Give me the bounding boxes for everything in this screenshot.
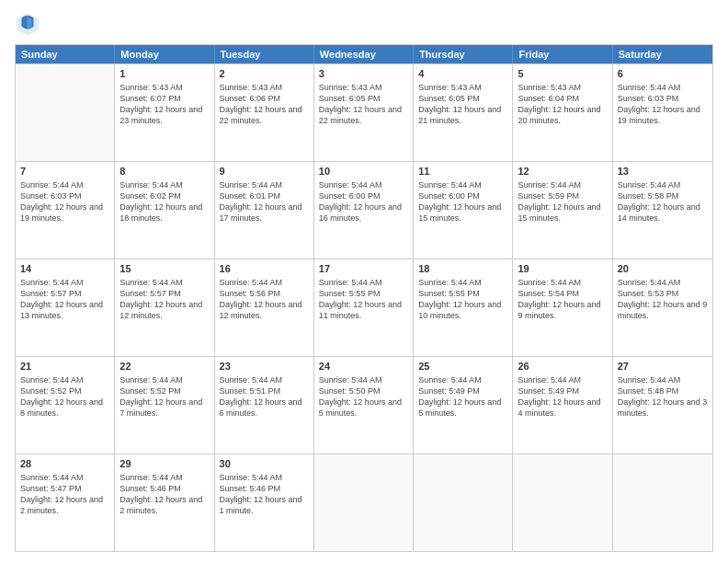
day-number: 3 xyxy=(319,67,408,81)
day-info: Sunrise: 5:43 AM Sunset: 6:05 PM Dayligh… xyxy=(418,82,507,127)
day-number: 4 xyxy=(418,67,507,81)
day-number: 15 xyxy=(119,262,209,276)
day-number: 24 xyxy=(319,360,408,373)
calendar-cell: 24Sunrise: 5:44 AM Sunset: 5:50 PM Dayli… xyxy=(314,357,414,454)
calendar-cell: 23Sunrise: 5:44 AM Sunset: 5:51 PM Dayli… xyxy=(215,357,314,454)
day-number: 19 xyxy=(518,262,607,276)
day-info: Sunrise: 5:44 AM Sunset: 6:00 PM Dayligh… xyxy=(418,179,507,224)
day-info: Sunrise: 5:44 AM Sunset: 5:54 PM Dayligh… xyxy=(518,277,607,322)
calendar-cell: 2Sunrise: 5:43 AM Sunset: 6:06 PM Daylig… xyxy=(215,64,314,161)
logo-icon xyxy=(15,11,40,37)
day-info: Sunrise: 5:44 AM Sunset: 5:52 PM Dayligh… xyxy=(20,374,109,419)
calendar-cell: 10Sunrise: 5:44 AM Sunset: 6:00 PM Dayli… xyxy=(314,162,414,259)
calendar-cell: 22Sunrise: 5:44 AM Sunset: 5:52 PM Dayli… xyxy=(115,357,214,454)
calendar-body: 1Sunrise: 5:43 AM Sunset: 6:07 PM Daylig… xyxy=(16,63,712,551)
calendar-header-cell: Wednesday xyxy=(314,45,414,63)
header xyxy=(15,11,713,37)
day-number: 20 xyxy=(618,262,708,276)
calendar-header: SundayMondayTuesdayWednesdayThursdayFrid… xyxy=(16,45,712,63)
day-info: Sunrise: 5:43 AM Sunset: 6:04 PM Dayligh… xyxy=(518,82,607,127)
day-info: Sunrise: 5:44 AM Sunset: 6:03 PM Dayligh… xyxy=(20,179,109,224)
day-info: Sunrise: 5:44 AM Sunset: 6:03 PM Dayligh… xyxy=(618,82,708,127)
day-info: Sunrise: 5:44 AM Sunset: 5:57 PM Dayligh… xyxy=(20,277,109,322)
day-info: Sunrise: 5:43 AM Sunset: 6:06 PM Dayligh… xyxy=(220,82,309,127)
day-info: Sunrise: 5:44 AM Sunset: 5:51 PM Dayligh… xyxy=(220,374,309,419)
day-info: Sunrise: 5:44 AM Sunset: 6:00 PM Dayligh… xyxy=(319,179,408,224)
calendar-cell: 21Sunrise: 5:44 AM Sunset: 5:52 PM Dayli… xyxy=(16,357,115,454)
day-info: Sunrise: 5:44 AM Sunset: 5:46 PM Dayligh… xyxy=(119,472,209,517)
day-info: Sunrise: 5:44 AM Sunset: 5:55 PM Dayligh… xyxy=(418,277,507,322)
calendar-cell: 29Sunrise: 5:44 AM Sunset: 5:46 PM Dayli… xyxy=(115,454,214,551)
day-number: 23 xyxy=(220,360,309,373)
day-info: Sunrise: 5:44 AM Sunset: 5:53 PM Dayligh… xyxy=(618,277,708,322)
day-info: Sunrise: 5:44 AM Sunset: 5:57 PM Dayligh… xyxy=(119,277,209,322)
day-number: 25 xyxy=(418,360,507,373)
day-number: 11 xyxy=(418,165,507,178)
day-number: 5 xyxy=(518,67,607,81)
day-number: 10 xyxy=(319,165,408,178)
day-info: Sunrise: 5:44 AM Sunset: 5:55 PM Dayligh… xyxy=(319,277,408,322)
day-number: 13 xyxy=(618,165,708,178)
calendar-cell: 8Sunrise: 5:44 AM Sunset: 6:02 PM Daylig… xyxy=(115,162,214,259)
calendar-header-cell: Thursday xyxy=(414,45,513,63)
calendar-cell: 15Sunrise: 5:44 AM Sunset: 5:57 PM Dayli… xyxy=(115,259,214,356)
calendar-cell: 19Sunrise: 5:44 AM Sunset: 5:54 PM Dayli… xyxy=(513,259,612,356)
calendar-cell: 6Sunrise: 5:44 AM Sunset: 6:03 PM Daylig… xyxy=(613,64,712,161)
day-info: Sunrise: 5:44 AM Sunset: 6:01 PM Dayligh… xyxy=(220,179,309,224)
logo xyxy=(15,11,44,37)
calendar-cell: 28Sunrise: 5:44 AM Sunset: 5:47 PM Dayli… xyxy=(16,454,115,551)
day-info: Sunrise: 5:44 AM Sunset: 6:02 PM Dayligh… xyxy=(119,179,209,224)
page: SundayMondayTuesdayWednesdayThursdayFrid… xyxy=(0,0,728,563)
calendar-header-cell: Saturday xyxy=(613,45,712,63)
day-info: Sunrise: 5:44 AM Sunset: 5:50 PM Dayligh… xyxy=(319,374,408,419)
calendar-cell: 26Sunrise: 5:44 AM Sunset: 5:49 PM Dayli… xyxy=(513,357,612,454)
calendar-cell xyxy=(414,454,513,551)
calendar-row: 21Sunrise: 5:44 AM Sunset: 5:52 PM Dayli… xyxy=(16,356,712,454)
day-number: 2 xyxy=(220,67,309,81)
day-number: 18 xyxy=(418,262,507,276)
calendar-cell: 18Sunrise: 5:44 AM Sunset: 5:55 PM Dayli… xyxy=(414,259,513,356)
calendar-cell: 11Sunrise: 5:44 AM Sunset: 6:00 PM Dayli… xyxy=(414,162,513,259)
calendar-cell: 30Sunrise: 5:44 AM Sunset: 5:46 PM Dayli… xyxy=(215,454,314,551)
day-number: 6 xyxy=(618,67,708,81)
day-info: Sunrise: 5:44 AM Sunset: 5:46 PM Dayligh… xyxy=(220,472,309,517)
calendar-cell xyxy=(16,64,115,161)
calendar-cell: 4Sunrise: 5:43 AM Sunset: 6:05 PM Daylig… xyxy=(414,64,513,161)
day-number: 30 xyxy=(220,457,309,471)
day-number: 21 xyxy=(20,360,109,373)
calendar-cell: 27Sunrise: 5:44 AM Sunset: 5:48 PM Dayli… xyxy=(613,357,712,454)
calendar-cell: 25Sunrise: 5:44 AM Sunset: 5:49 PM Dayli… xyxy=(414,357,513,454)
calendar-cell: 5Sunrise: 5:43 AM Sunset: 6:04 PM Daylig… xyxy=(513,64,612,161)
day-number: 16 xyxy=(220,262,309,276)
day-number: 22 xyxy=(119,360,209,373)
day-number: 28 xyxy=(20,457,109,471)
calendar-header-cell: Friday xyxy=(513,45,612,63)
calendar-cell: 20Sunrise: 5:44 AM Sunset: 5:53 PM Dayli… xyxy=(613,259,712,356)
day-info: Sunrise: 5:44 AM Sunset: 5:47 PM Dayligh… xyxy=(20,472,109,517)
day-number: 8 xyxy=(119,165,209,178)
day-number: 29 xyxy=(119,457,209,471)
calendar-cell xyxy=(513,454,612,551)
calendar-cell: 3Sunrise: 5:43 AM Sunset: 6:05 PM Daylig… xyxy=(314,64,414,161)
calendar-row: 28Sunrise: 5:44 AM Sunset: 5:47 PM Dayli… xyxy=(16,454,712,551)
day-number: 17 xyxy=(319,262,408,276)
day-info: Sunrise: 5:44 AM Sunset: 5:49 PM Dayligh… xyxy=(518,374,607,419)
calendar-cell: 9Sunrise: 5:44 AM Sunset: 6:01 PM Daylig… xyxy=(215,162,314,259)
calendar-cell: 16Sunrise: 5:44 AM Sunset: 5:56 PM Dayli… xyxy=(215,259,314,356)
day-number: 7 xyxy=(20,165,109,178)
day-info: Sunrise: 5:44 AM Sunset: 5:56 PM Dayligh… xyxy=(220,277,309,322)
calendar-cell: 13Sunrise: 5:44 AM Sunset: 5:58 PM Dayli… xyxy=(613,162,712,259)
day-number: 1 xyxy=(119,67,209,81)
calendar-cell: 7Sunrise: 5:44 AM Sunset: 6:03 PM Daylig… xyxy=(16,162,115,259)
calendar-row: 7Sunrise: 5:44 AM Sunset: 6:03 PM Daylig… xyxy=(16,161,712,259)
day-info: Sunrise: 5:43 AM Sunset: 6:05 PM Dayligh… xyxy=(319,82,408,127)
day-number: 27 xyxy=(618,360,708,373)
calendar-cell: 14Sunrise: 5:44 AM Sunset: 5:57 PM Dayli… xyxy=(16,259,115,356)
day-info: Sunrise: 5:44 AM Sunset: 5:48 PM Dayligh… xyxy=(618,374,708,419)
day-number: 9 xyxy=(220,165,309,178)
day-info: Sunrise: 5:44 AM Sunset: 5:58 PM Dayligh… xyxy=(618,179,708,224)
calendar-row: 1Sunrise: 5:43 AM Sunset: 6:07 PM Daylig… xyxy=(16,63,712,161)
calendar-header-cell: Tuesday xyxy=(215,45,314,63)
day-info: Sunrise: 5:44 AM Sunset: 5:52 PM Dayligh… xyxy=(119,374,209,419)
calendar: SundayMondayTuesdayWednesdayThursdayFrid… xyxy=(15,44,713,552)
